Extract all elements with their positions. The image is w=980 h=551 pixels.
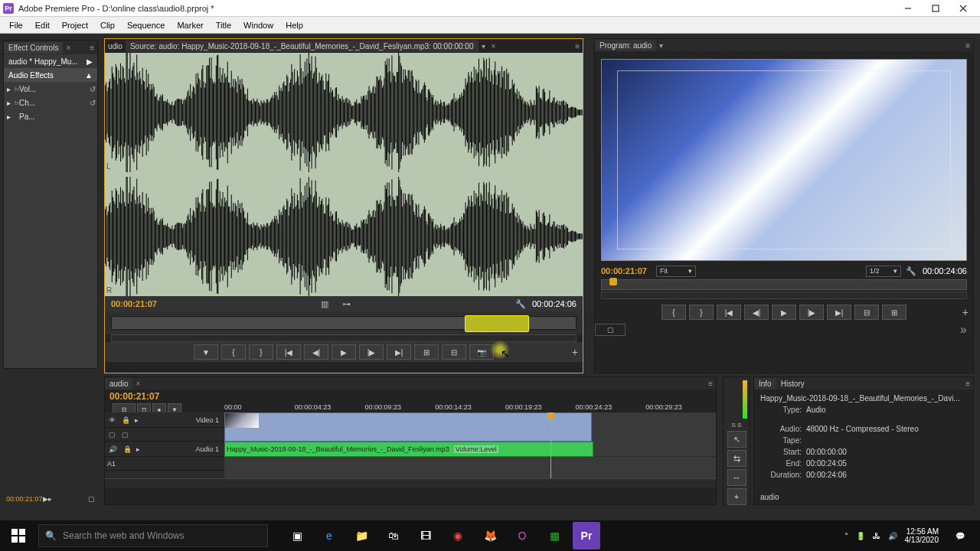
program-tab-dropdown-icon[interactable]: ▾	[656, 41, 666, 50]
source-navigator[interactable]	[111, 334, 577, 342]
video-track-header[interactable]: 👁🔒▸Video 1	[105, 412, 224, 428]
audio-effects-section[interactable]: Audio Effects▲	[4, 68, 97, 82]
twirl-icon[interactable]: ▸	[136, 445, 140, 453]
edge-icon[interactable]: e	[315, 522, 343, 549]
rate-tool[interactable]: ↔	[727, 469, 746, 486]
zoom-fit-dropdown[interactable]: Fit▾	[656, 266, 696, 277]
go-to-out-button[interactable]: ▶|	[827, 305, 851, 320]
arrow-right-icon[interactable]: ▶	[87, 57, 93, 66]
speaker-icon[interactable]: 🔊	[107, 445, 119, 453]
new-bin-icon[interactable]: ▢	[88, 495, 95, 503]
step-forward-button[interactable]: |▶	[359, 344, 384, 360]
tray-expand-icon[interactable]: ˄	[844, 532, 848, 540]
timeline-current-time[interactable]: 00:00:21:07	[109, 391, 220, 402]
panel-menu-icon[interactable]: ≡	[962, 380, 973, 388]
audio-track-header[interactable]: 🔊🔒▸Audio 1	[105, 442, 224, 457]
reset-icon[interactable]: ↺	[90, 85, 96, 93]
menu-clip[interactable]: Clip	[94, 19, 121, 31]
close-tab-icon[interactable]: ×	[63, 44, 74, 52]
premiere-icon[interactable]: Pr	[573, 522, 600, 549]
source-current-time[interactable]: 00:00:21:07	[111, 299, 157, 308]
eye-icon[interactable]: 👁	[107, 416, 117, 424]
playhead-icon[interactable]	[609, 278, 617, 285]
close-tab-icon[interactable]: ×	[132, 380, 143, 388]
more-icon[interactable]: »	[960, 323, 967, 337]
store-icon[interactable]: 🛍	[380, 522, 407, 549]
lock-icon[interactable]: 🔒	[120, 416, 132, 424]
twirl-icon[interactable]: ▸	[7, 85, 11, 93]
menu-edit[interactable]: Edit	[29, 19, 56, 31]
more-tool[interactable]: +	[727, 488, 746, 505]
effect-panner[interactable]: ▸Pa...	[4, 109, 97, 123]
audio-track-sub[interactable]: A1	[105, 457, 224, 471]
insert-button[interactable]: ⊞	[414, 344, 439, 360]
step-back-button[interactable]: ◀|	[744, 305, 769, 320]
add-button-icon[interactable]: +	[572, 346, 578, 358]
project-timecode[interactable]: 00:00:21:07	[6, 495, 43, 503]
section-toggle-icon[interactable]: ▲	[85, 71, 93, 80]
scrubber-handle[interactable]	[465, 315, 530, 332]
play-button[interactable]: ▶	[772, 305, 796, 320]
menu-file[interactable]: File	[3, 19, 29, 31]
twirl-icon[interactable]: ▸	[7, 112, 11, 121]
go-to-in-button[interactable]: |◀	[276, 344, 301, 360]
drag-audio-icon[interactable]: ⊶	[339, 299, 354, 309]
reset-icon[interactable]: ↺	[90, 99, 96, 107]
export-frame-button[interactable]: 📷	[469, 344, 494, 360]
twirl-icon[interactable]: ▸	[135, 416, 139, 424]
effect-channel[interactable]: ▸fxCh...↺	[4, 96, 97, 109]
panel-menu-icon[interactable]: ≡	[705, 380, 716, 388]
lock-icon[interactable]: 🔒	[122, 445, 133, 453]
program-video[interactable]	[601, 59, 967, 261]
selection-tool[interactable]: ↖	[727, 431, 746, 448]
maximize-button[interactable]	[922, 1, 949, 16]
notifications-icon[interactable]: 💬	[946, 520, 974, 551]
menu-marker[interactable]: Marker	[171, 19, 209, 31]
volume-icon[interactable]: 🔊	[888, 532, 897, 540]
timeline-scrollbar[interactable]	[105, 478, 716, 487]
movies-icon[interactable]: 🎞	[412, 522, 439, 549]
menu-title[interactable]: Title	[210, 19, 237, 31]
program-tab[interactable]: Program: audio	[595, 40, 656, 51]
battery-icon[interactable]: 🔋	[856, 532, 865, 540]
close-button[interactable]	[949, 1, 977, 16]
step-back-button[interactable]: ◀|	[304, 344, 328, 360]
add-button-icon[interactable]: +	[962, 306, 969, 318]
panel-menu-icon[interactable]: ≡	[87, 44, 97, 52]
sync-icon[interactable]: ▢	[120, 431, 130, 439]
resolution-dropdown[interactable]: 1/2▾	[866, 266, 901, 277]
go-to-in-button[interactable]: |◀	[717, 305, 741, 320]
panel-menu-icon[interactable]: ≡	[572, 42, 583, 51]
out-point-button[interactable]: }	[249, 344, 273, 360]
mark-out-button[interactable]: }	[689, 305, 714, 320]
waveform-display[interactable]: L R	[105, 53, 583, 296]
extract-button[interactable]: ⊞	[882, 305, 906, 320]
play-button[interactable]: ▶	[332, 344, 356, 360]
program-scrubber[interactable]	[601, 279, 967, 290]
excel-icon[interactable]: ▦	[541, 522, 568, 549]
source-audio-label[interactable]: udio	[105, 41, 126, 52]
source-tab-dropdown-icon[interactable]: ▾	[479, 42, 488, 51]
export-frame-button[interactable]: ▢	[595, 324, 626, 336]
ec-clip-row[interactable]: audio * Happy_Mu...▶	[4, 54, 97, 68]
file-explorer-icon[interactable]: 📁	[348, 522, 375, 549]
panel-menu-icon[interactable]: ≡	[962, 41, 973, 50]
menu-project[interactable]: Project	[56, 19, 94, 31]
tab-history[interactable]: History	[776, 378, 809, 390]
lift-button[interactable]: ⊟	[854, 305, 879, 320]
network-icon[interactable]: 🖧	[873, 532, 880, 540]
sequence-tab[interactable]: audio	[105, 378, 132, 390]
settings-icon[interactable]: 🔧	[515, 299, 526, 309]
overwrite-button[interactable]: ⊟	[442, 344, 466, 360]
solo-mute[interactable]: S S	[724, 422, 750, 429]
task-view-icon[interactable]: ▣	[283, 522, 311, 549]
video-track-sub[interactable]: ▢▢	[105, 428, 224, 442]
step-forward-button[interactable]: |▶	[799, 305, 824, 320]
source-tab[interactable]: Source: audio: Happy_Music-2018-09-18_-_…	[126, 41, 479, 52]
go-to-out-button[interactable]: ▶|	[387, 344, 411, 360]
settings-icon[interactable]: 🔧	[906, 266, 916, 276]
ripple-tool[interactable]: ⇆	[727, 450, 746, 467]
source-scrubber[interactable]	[105, 311, 583, 334]
close-tab-icon[interactable]: ×	[488, 42, 499, 51]
mark-in-button[interactable]: ▼	[194, 344, 218, 360]
